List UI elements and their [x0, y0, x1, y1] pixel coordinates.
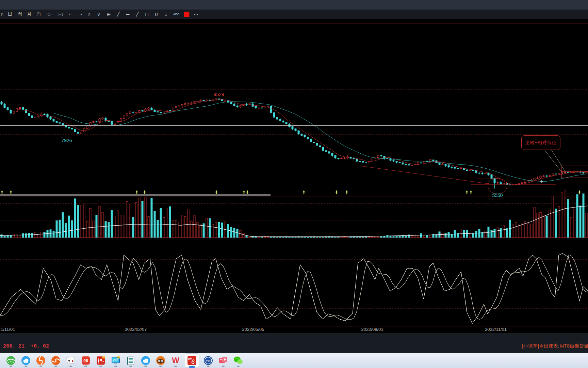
running-app-indicator — [222, 366, 225, 367]
wechat-icon[interactable] — [232, 354, 244, 367]
window-top-strip — [0, 0, 588, 10]
page-down-icon: » — [96, 13, 102, 16]
callout-text: 逆转+相对低位 — [525, 140, 557, 146]
svg-text:06: 06 — [83, 358, 88, 363]
cloud-browser-icon[interactable] — [140, 354, 151, 367]
running-app-indicator — [54, 366, 57, 367]
buy-signal-arrow-icon — [303, 190, 305, 194]
running-app-indicator — [129, 366, 132, 367]
orange-mascot-icon[interactable] — [155, 354, 166, 367]
trading-orange2-icon[interactable] — [50, 354, 62, 367]
running-app-indicator — [39, 366, 42, 367]
zoom-in-horizontal-button[interactable]: ▷◁ — [56, 11, 64, 18]
running-app-indicator — [10, 366, 12, 367]
period-month-button[interactable]: 月 — [26, 11, 32, 18]
period-custom-button[interactable]: 自 — [35, 11, 42, 18]
draw-rectangle-button[interactable]: □ — [144, 11, 150, 18]
draw-segment-button[interactable]: ╱ — [134, 11, 141, 18]
running-app-indicator — [69, 366, 72, 367]
bottom-low-price-label: 5550 — [492, 193, 503, 198]
last-price-readout: 266. 21 +0. 02 — [3, 343, 49, 349]
draw-horizontal-line-button[interactable]: ─ — [125, 11, 131, 18]
card-game-icon[interactable]: ♦♠ — [65, 354, 77, 367]
qq-browser-icon[interactable] — [20, 354, 32, 367]
svg-text:W: W — [172, 356, 179, 365]
callout-annotation[interactable]: 逆转+相对低位 — [521, 135, 560, 150]
running-app-indicator — [114, 366, 117, 367]
buy-signal-arrow-icon — [243, 190, 245, 194]
buy-signal-arrow-icon — [466, 190, 468, 194]
running-app-indicator — [159, 366, 162, 367]
buy-signal-arrow-icon — [136, 190, 138, 194]
period-day-button[interactable]: 日 — [7, 11, 13, 18]
pan-right-button[interactable]: ⇒ — [77, 11, 83, 18]
iflytek-icon[interactable]: iFLY — [202, 354, 214, 367]
buy-signal-arrow-icon — [246, 190, 248, 194]
draw-arc-button[interactable]: ∪ — [153, 11, 160, 18]
browser-360-icon[interactable] — [5, 354, 17, 367]
status-bar: 266. 21 +0. 02 [小课堂]今日课表:用T8做期货量化交 — [0, 333, 588, 353]
red-reader-icon[interactable]: 06 — [80, 354, 92, 367]
period-week-button[interactable]: 周 — [16, 11, 23, 18]
buy-signal-arrow-icon — [1, 190, 3, 194]
running-app-indicator — [144, 366, 147, 367]
buy-signal-arrow-icon — [144, 190, 146, 194]
peak-price-label: 9529 — [213, 92, 224, 97]
notebook-icon[interactable] — [125, 354, 136, 367]
running-app-indicator — [99, 366, 102, 367]
color-swatch-icon — [184, 12, 190, 17]
page-up-icon: « — [87, 13, 93, 16]
left-low-price-label: 7926 — [61, 138, 72, 143]
draw-text-button[interactable]: ABC — [172, 11, 180, 18]
buy-signal-arrow-icon — [470, 190, 472, 194]
stock-analysis-icon[interactable] — [95, 354, 107, 367]
x-axis-labels: 1/11/012022/02/072022/05/052022/08/01202… — [0, 327, 588, 333]
color-swatch-button[interactable] — [183, 11, 190, 18]
running-app-indicator — [84, 366, 87, 367]
axis-date-label: 2022/02/07 — [125, 327, 147, 332]
buy-signal-arrow-icon — [346, 190, 348, 194]
grid-layout-button[interactable]: ⊞ — [105, 11, 112, 18]
axis-date-label: 2022/11/01 — [485, 327, 507, 332]
trading-orange-icon[interactable] — [35, 354, 47, 367]
market-monitor-icon[interactable]: PC — [110, 354, 121, 367]
buy-signal-arrow-icon — [336, 190, 338, 194]
svg-text:iFLY: iFLY — [206, 359, 211, 362]
wenhua-wh6-icon[interactable]: wh6 — [185, 353, 199, 367]
video-editor-icon[interactable] — [217, 354, 229, 367]
zoom-out-horizontal-button[interactable]: ◁▷ — [45, 11, 53, 18]
drawing-toolbar: n日周月自◁▷▷◁⇐⇒«»⊞╱─╱□∪○ABC⋯ — [0, 10, 588, 19]
news-ticker[interactable]: [小课堂]今日课表:用T8做期货量化交 — [522, 343, 588, 349]
wps-office-icon[interactable]: W — [170, 354, 181, 367]
buy-signal-arrow-icon — [578, 190, 581, 194]
active-app-indicator — [189, 366, 195, 368]
trading-app-screen: n日周月自◁▷▷◁⇐⇒«»⊞╱─╱□∪○ABC⋯ 952979265550 逆转… — [0, 0, 588, 368]
chart-canvas[interactable]: 952979265550 — [0, 19, 588, 333]
page-down-button[interactable]: » — [96, 11, 102, 18]
running-app-indicator — [24, 366, 27, 367]
running-app-indicator — [207, 366, 210, 367]
svg-text:6: 6 — [191, 358, 195, 365]
more-tools-button[interactable]: ⋯ — [193, 11, 199, 18]
running-app-indicator — [174, 366, 177, 367]
windows-taskbar: ♦♠06PCWwh6iFLY — [0, 353, 588, 368]
pan-left-button[interactable]: ⇐ — [67, 11, 74, 18]
buy-signal-arrow-icon — [215, 190, 217, 194]
axis-date-label: 2022/08/01 — [361, 327, 383, 332]
axis-date-label: 1/11/01 — [1, 327, 15, 332]
partial-left-glyph: n — [1, 11, 4, 18]
draw-trendline-button[interactable]: ╱ — [115, 11, 121, 18]
svg-text:PC: PC — [117, 356, 120, 358]
running-app-indicator — [237, 366, 240, 367]
axis-date-label: 2022/05/05 — [242, 327, 264, 332]
draw-ellipse-button[interactable]: ○ — [163, 11, 169, 18]
buy-signal-arrow-icon — [10, 190, 12, 194]
page-up-button[interactable]: « — [86, 11, 93, 18]
